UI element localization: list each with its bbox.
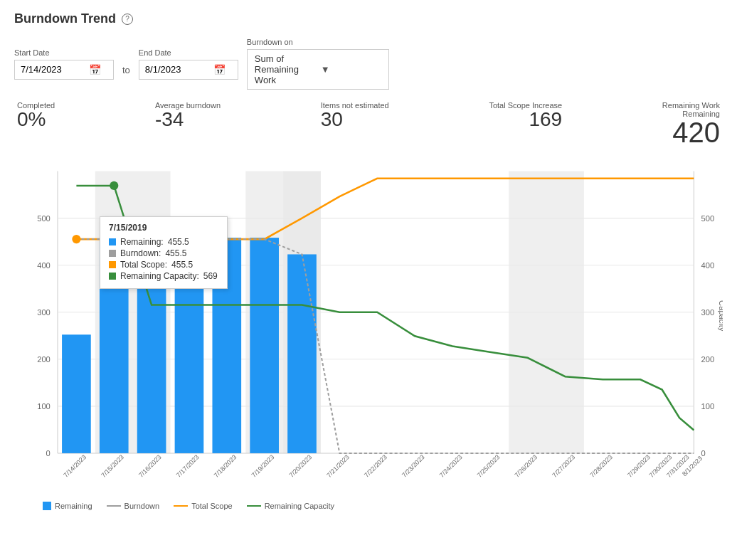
legend-remaining-label: Remaining xyxy=(55,502,92,510)
y-label-100: 100 xyxy=(37,402,51,411)
legend-capacity-label: Remaining Capacity xyxy=(265,502,334,510)
start-date-input-wrap[interactable]: 📅 xyxy=(14,60,114,80)
chevron-down-icon: ▼ xyxy=(321,64,381,75)
legend-remaining: Remaining xyxy=(43,502,92,510)
bar-719 xyxy=(250,238,279,453)
start-date-input[interactable] xyxy=(21,64,85,75)
y-label-300: 300 xyxy=(37,308,51,317)
tooltip-remaining-label: Remaining: xyxy=(120,237,164,247)
page-title: Burndown Trend xyxy=(14,11,116,26)
x-label-725: 7/25/2023 xyxy=(476,453,502,479)
burndown-dropdown-value: Sum of Remaining Work xyxy=(255,53,315,85)
tooltip-burndown-label: Burndown: xyxy=(120,248,161,258)
help-icon[interactable]: ? xyxy=(122,14,133,25)
capacity-point-715 xyxy=(110,181,118,190)
legend-remaining-capacity: Remaining Capacity xyxy=(247,502,334,510)
legend-total-scope-label: Total Scope xyxy=(191,502,232,510)
completed-stat: Completed 0% xyxy=(17,101,55,130)
x-label-729: 7/29/2023 xyxy=(626,453,652,479)
remaining-work-label: Remaining Work xyxy=(662,101,720,110)
legend-burndown-label: Burndown xyxy=(124,502,160,510)
start-date-calendar-icon[interactable]: 📅 xyxy=(89,64,101,75)
chart-legend: Remaining Burndown Total Scope Remaining… xyxy=(14,502,723,510)
y-right-label-400: 400 xyxy=(701,261,715,270)
x-label-719: 7/19/2023 xyxy=(250,453,276,479)
x-label-720: 7/20/2023 xyxy=(287,453,313,479)
chart-area: 0 100 200 300 400 500 0 100 200 300 400 … xyxy=(14,152,723,496)
legend-burndown: Burndown xyxy=(107,502,160,510)
bar-714 xyxy=(62,334,91,453)
tooltip-burndown-value: 455.5 xyxy=(165,248,186,258)
tooltip-burndown-icon xyxy=(109,250,116,257)
y-right-label-0: 0 xyxy=(701,449,706,458)
y-label-500: 500 xyxy=(37,214,51,223)
tooltip-total-scope-row: Total Scope: 455.5 xyxy=(109,260,218,270)
y-right-label-100: 100 xyxy=(701,402,715,411)
x-label-716: 7/16/2023 xyxy=(137,453,163,479)
x-label-722: 7/22/2023 xyxy=(363,453,388,479)
tooltip-remaining-row: Remaining: 455.5 xyxy=(109,237,218,247)
tooltip-total-scope-icon xyxy=(109,261,116,268)
x-label-715: 7/15/2023 xyxy=(100,453,125,479)
x-label-721: 7/21/2023 xyxy=(325,453,351,479)
x-label-728: 7/28/2023 xyxy=(588,453,614,479)
y-right-label-500: 500 xyxy=(701,214,715,223)
avg-burndown-stat: Average burndown -34 xyxy=(155,101,221,130)
tooltip-remaining-value: 455.5 xyxy=(168,237,189,247)
y-right-label-300: 300 xyxy=(701,308,715,317)
completed-value: 0% xyxy=(17,110,55,130)
end-date-calendar-icon[interactable]: 📅 xyxy=(213,64,226,75)
x-label-723: 7/23/2023 xyxy=(401,453,426,479)
x-label-724: 7/24/2023 xyxy=(438,453,464,479)
tooltip-burndown-row: Burndown: 455.5 xyxy=(109,248,218,258)
total-scope-point-714 xyxy=(72,235,80,243)
legend-burndown-line xyxy=(107,505,121,507)
remaining-value: 420 xyxy=(662,118,720,147)
x-label-718: 7/18/2023 xyxy=(213,453,238,479)
x-label-727: 7/27/2023 xyxy=(551,453,576,479)
y-label-200: 200 xyxy=(37,355,51,364)
y-label-0: 0 xyxy=(46,449,51,458)
x-label-714: 7/14/2023 xyxy=(62,453,88,479)
x-label-726: 7/26/2023 xyxy=(514,453,539,479)
y-label-400: 400 xyxy=(37,261,51,270)
legend-remaining-color xyxy=(43,502,51,510)
legend-capacity-line xyxy=(247,505,261,507)
tooltip: 7/15/2019 Remaining: 455.5 Burndown: 455… xyxy=(100,216,228,289)
tooltip-capacity-value: 569 xyxy=(203,271,218,281)
items-not-estimated-stat: Items not estimated 30 xyxy=(321,101,389,130)
end-date-input[interactable] xyxy=(145,64,209,75)
y-right-axis-label: Capacity xyxy=(718,300,723,332)
avg-burndown-value: -34 xyxy=(155,110,221,130)
tooltip-capacity-row: Remaining Capacity: 569 xyxy=(109,271,218,281)
burndown-chart: 0 100 200 300 400 500 0 100 200 300 400 … xyxy=(14,152,723,494)
legend-total-scope: Total Scope xyxy=(174,502,232,510)
tooltip-remaining-icon xyxy=(109,238,116,245)
start-date-label: Start Date xyxy=(14,48,114,57)
bar-720 xyxy=(287,254,317,453)
end-date-label: End Date xyxy=(139,48,238,57)
end-date-input-wrap[interactable]: 📅 xyxy=(139,60,238,80)
x-label-717: 7/17/2023 xyxy=(175,453,201,479)
total-scope-value: 169 xyxy=(489,110,562,130)
tooltip-capacity-icon xyxy=(109,273,116,280)
items-not-estimated-value: 30 xyxy=(321,110,389,130)
to-separator: to xyxy=(122,65,130,75)
burndown-dropdown[interactable]: Sum of Remaining Work ▼ xyxy=(247,49,389,90)
tooltip-capacity-label: Remaining Capacity: xyxy=(120,271,199,281)
total-scope-stat: Total Scope Increase 169 xyxy=(489,101,562,130)
y-right-label-200: 200 xyxy=(701,355,715,364)
remaining-work-stat: Remaining Work Remaining 420 xyxy=(662,101,720,147)
tooltip-date: 7/15/2019 xyxy=(109,223,218,233)
tooltip-total-scope-value: 455.5 xyxy=(171,260,193,270)
burndown-label: Burndown on xyxy=(247,38,389,46)
legend-total-scope-line xyxy=(174,505,188,507)
tooltip-total-scope-label: Total Scope: xyxy=(120,260,167,270)
